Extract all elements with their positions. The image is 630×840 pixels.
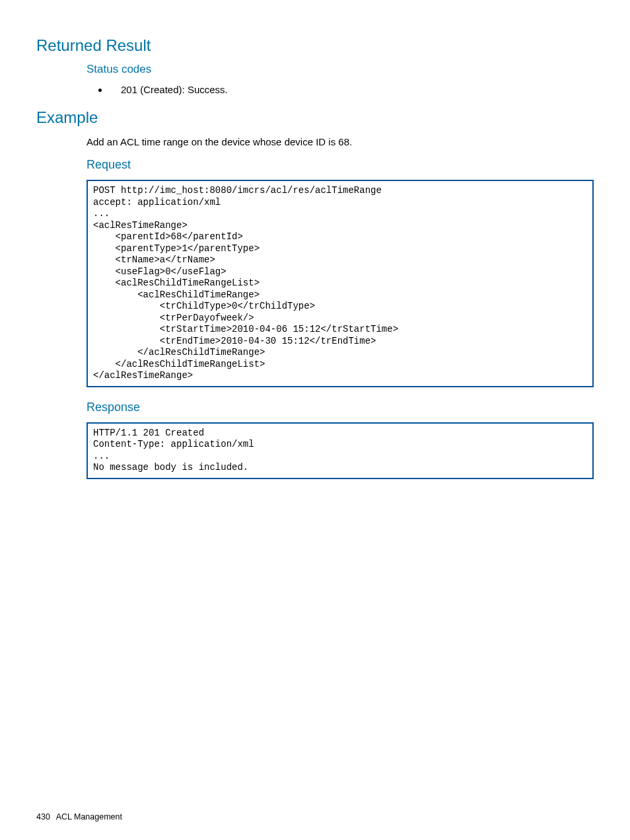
request-code-block: POST http://imc_host:8080/imcrs/acl/res/…	[87, 180, 594, 387]
heading-request: Request	[36, 158, 594, 172]
heading-response: Response	[36, 401, 594, 414]
document-page: Returned Result Status codes 201 (Create…	[0, 0, 630, 840]
example-intro: Add an ACL time range on the device whos…	[36, 135, 594, 149]
status-codes-list: 201 (Created): Success.	[36, 83, 594, 96]
page-number: 430	[36, 812, 50, 821]
status-code-item: 201 (Created): Success.	[109, 83, 594, 96]
section-name: ACL Management	[56, 812, 122, 821]
response-code-block: HTTP/1.1 201 Created Content-Type: appli…	[87, 422, 594, 479]
heading-status-codes: Status codes	[36, 63, 594, 76]
heading-example: Example	[36, 108, 594, 127]
heading-returned-result: Returned Result	[36, 36, 594, 55]
page-footer: 430 ACL Management	[36, 812, 122, 821]
